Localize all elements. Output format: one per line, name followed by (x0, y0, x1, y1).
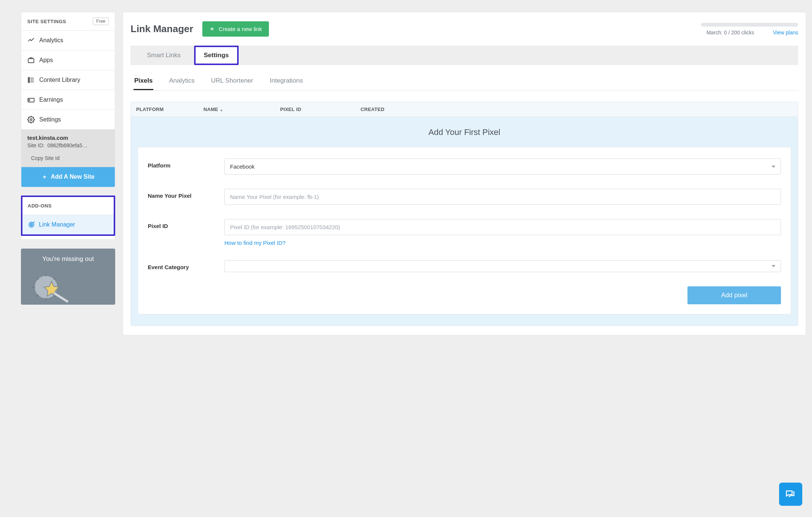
svg-rect-7 (28, 98, 34, 102)
sidebar-title: SITE SETTINGS (27, 19, 66, 24)
sidebar-header: SITE SETTINGS Free (21, 12, 115, 31)
platform-selected-value: Facebook (230, 163, 255, 170)
sidebar-item-content-library[interactable]: Content Library (21, 70, 115, 90)
apps-icon (27, 56, 35, 64)
chevron-down-icon (772, 265, 775, 267)
addon-item-label: Link Manager (39, 221, 75, 228)
label-pixel-id: Pixel ID (148, 219, 224, 229)
svg-rect-5 (28, 81, 30, 82)
subtab-analytics[interactable]: Analytics (168, 75, 195, 90)
analytics-icon (27, 37, 35, 44)
svg-line-12 (33, 222, 34, 223)
site-url: test.kinsta.com (27, 135, 109, 141)
pixel-name-input[interactable] (224, 189, 781, 205)
pixel-form: Platform Facebook Name Your Pixel (138, 147, 791, 314)
usage-text: March: 0 / 200 clicks (707, 30, 754, 36)
svg-rect-23 (53, 292, 69, 303)
content-library-icon (27, 76, 35, 84)
chevron-down-icon (772, 166, 775, 168)
svg-line-21 (53, 278, 55, 280)
subtab-pixels[interactable]: Pixels (134, 75, 153, 90)
svg-point-8 (30, 119, 32, 121)
addon-item-link-manager[interactable]: Link Manager (22, 215, 114, 234)
pixels-table-header: PLATFORM NAME▲ PIXEL ID CREATED (131, 102, 798, 117)
find-pixel-id-help-link[interactable]: How to find my Pixel ID? (224, 240, 285, 246)
svg-line-20 (37, 295, 39, 296)
create-link-button[interactable]: ＋ Create a new link (202, 21, 269, 37)
add-pixel-button[interactable]: Add pixel (687, 286, 781, 304)
sidebar-item-label: Settings (39, 116, 61, 123)
sidebar-item-label: Analytics (39, 37, 63, 44)
event-category-select[interactable] (224, 260, 781, 272)
site-info-block: test.kinsta.com Site ID: 0862fb680efa5… … (21, 129, 115, 167)
earnings-icon (27, 96, 35, 104)
add-new-site-button[interactable]: ＋ Add A New Site (21, 167, 115, 187)
view-plans-link[interactable]: View plans (773, 30, 798, 36)
addons-section-highlight: ADD-ONS Link Manager (21, 196, 115, 236)
svg-rect-1 (28, 77, 30, 79)
promo-card: You're missing out (21, 249, 115, 305)
sidebar-item-label: Content Library (39, 77, 80, 83)
wand-icon (25, 267, 74, 304)
addons-header: ADD-ONS (22, 197, 114, 215)
svg-rect-3 (28, 79, 30, 80)
tab-settings[interactable]: Settings (194, 46, 239, 65)
label-pixel-name: Name Your Pixel (148, 189, 224, 199)
settings-icon (27, 116, 35, 123)
tab-smart-links[interactable]: Smart Links (142, 46, 186, 65)
sidebar-item-earnings[interactable]: Earnings (21, 90, 115, 110)
plus-icon: ＋ (209, 25, 215, 33)
platform-select[interactable]: Facebook (224, 159, 781, 175)
th-name[interactable]: NAME▲ (203, 107, 280, 112)
th-platform[interactable]: PLATFORM (136, 107, 203, 112)
page-title: Link Manager (131, 23, 193, 35)
site-id: Site ID: 0862fb680efa5… (27, 142, 109, 148)
label-platform: Platform (148, 159, 224, 169)
sidebar-item-label: Earnings (39, 96, 63, 103)
plan-badge: Free (93, 18, 109, 25)
svg-rect-0 (28, 59, 34, 63)
primary-tabs: Smart Links Settings (131, 46, 798, 65)
first-pixel-title: Add Your First Pixel (138, 127, 791, 137)
sidebar-item-analytics[interactable]: Analytics (21, 31, 115, 50)
th-created[interactable]: CREATED (361, 107, 793, 112)
subtab-url-shortener[interactable]: URL Shortener (210, 75, 254, 90)
plus-icon: ＋ (42, 173, 48, 180)
settings-subtabs: Pixels Analytics URL Shortener Integrati… (131, 75, 798, 90)
svg-line-18 (37, 278, 39, 280)
sidebar-item-settings[interactable]: Settings (21, 110, 115, 129)
subtab-integrations[interactable]: Integrations (269, 75, 304, 90)
usage-progress-bar (701, 23, 798, 27)
th-pixel-id[interactable]: PIXEL ID (280, 107, 361, 112)
sidebar-item-apps[interactable]: Apps (21, 50, 115, 70)
svg-point-11 (31, 224, 32, 225)
sort-asc-icon: ▲ (220, 108, 223, 112)
copy-site-id-button[interactable]: Copy Site Id (27, 153, 109, 163)
sidebar-item-label: Apps (39, 57, 53, 64)
target-icon (28, 221, 35, 228)
pixel-id-input[interactable] (224, 219, 781, 235)
promo-title: You're missing out (25, 255, 111, 263)
label-event-category: Event Category (148, 260, 224, 270)
